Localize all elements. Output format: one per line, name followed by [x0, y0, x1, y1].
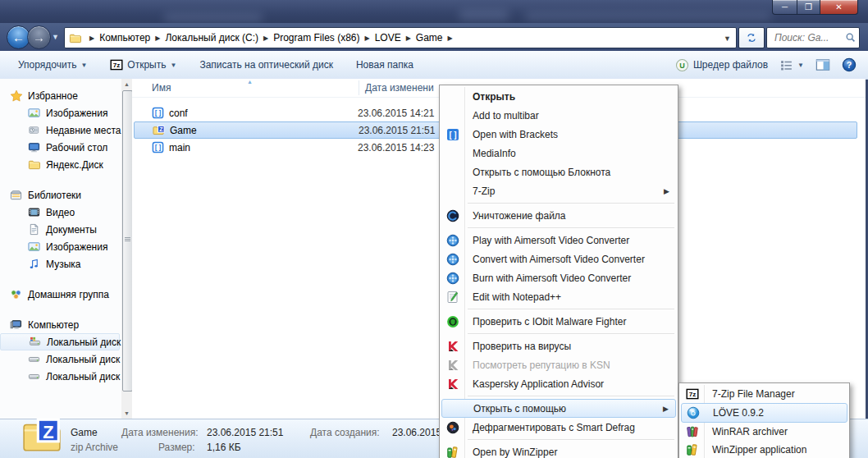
context-menu-item-mediainfo[interactable]: MediaInfo [441, 144, 676, 163]
homegroup-icon [10, 288, 23, 301]
help-icon: ? [842, 57, 857, 72]
window-controls: ─ ❐ ✕ [772, 0, 858, 15]
open-with-submenu-item-l-ve-0-9-2[interactable]: LÖVE 0.9.2 [681, 403, 847, 423]
scroll-up-icon[interactable]: ▲ [121, 79, 132, 89]
sidebar-item-изображения[interactable]: Изображения [0, 104, 121, 121]
context-menu-item-открыть-с-помощью-блокнота[interactable]: Открыть с помощью Блокнота [441, 163, 676, 181]
menu-item-label: Открыть с помощью Блокнота [473, 167, 610, 178]
sidebar-item-label: Документы [46, 224, 97, 236]
toolbar-button-упорядочить[interactable]: Упорядочить▼ [18, 59, 87, 71]
context-menu-item-проверить-с-iobit-malware-fighter[interactable]: Проверить с IObit Malware Fighter [441, 312, 676, 331]
folder-icon [28, 158, 41, 172]
context-menu-item-play-with-aimersoft-video-converter[interactable]: Play with Aimersoft Video Converter [441, 231, 676, 250]
sidebar-item-видео[interactable]: Видео [0, 204, 121, 221]
context-menu-item-kaspersky-application-advisor[interactable]: Kaspersky Application Advisor [441, 374, 676, 393]
column-header-modified[interactable]: Дата изменени [365, 82, 434, 94]
sidebar-item-локальный-диск[interactable]: Локальный диск [0, 368, 121, 385]
context-menu-item-7-zip[interactable]: 7-Zip▶ [441, 181, 676, 200]
column-header-name[interactable]: Имя [152, 82, 171, 94]
sidebar-item-рабочий-стол[interactable]: Рабочий стол [0, 139, 121, 156]
open-with-submenu: 7z7-Zip File ManagerLÖVE 0.9.2WinRAR arc… [678, 382, 850, 458]
pictures-icon [28, 107, 41, 120]
open-with-submenu-item-winrar-archiver[interactable]: WinRAR archiver [681, 423, 847, 441]
computer-icon [10, 318, 23, 332]
context-menu-item-open-by-winzipper[interactable]: Open by WinZipper [441, 442, 676, 458]
help-button[interactable]: ? [842, 57, 857, 72]
kaspersky-gray-icon [446, 359, 459, 372]
menu-item-label: 7-Zip File Manager [712, 388, 795, 400]
address-dropdown-icon[interactable]: ▼ [724, 34, 731, 43]
shredder-button[interactable]: U Шредер файлов [675, 58, 768, 72]
toolbar-button-label: Новая папка [356, 59, 413, 71]
sidebar-item-музыка[interactable]: Музыка [0, 255, 121, 273]
maximize-button[interactable]: ❐ [797, 0, 820, 15]
search-input[interactable] [773, 31, 845, 44]
scroll-down-icon[interactable]: ▼ [121, 408, 132, 419]
breadcrumb-segment[interactable]: Program Files (x86) [273, 32, 359, 44]
views-dropdown-icon[interactable]: ▼ [797, 62, 804, 69]
context-menu-item-дефрагментировать-с-smart-defrag[interactable]: Дефрагментировать с Smart Defrag [441, 418, 676, 437]
lua-file-icon: [] [152, 107, 164, 119]
breadcrumb-separator-icon: ▶ [443, 34, 458, 42]
address-bar[interactable]: ▶Компьютер▶Локальный диск (C:)▶Program F… [64, 27, 737, 48]
search-box[interactable] [766, 27, 860, 48]
menu-separator [468, 439, 674, 440]
sidebar-item-локальный-диск[interactable]: Локальный диск [0, 333, 120, 350]
sidebar-group-компьютер[interactable]: Компьютер [0, 316, 121, 333]
notepadpp-icon [446, 291, 459, 304]
change-view-button[interactable]: ▼ [779, 58, 804, 72]
sidebar-item-недавние-места[interactable]: Недавние места [0, 121, 121, 139]
context-menu-item-открыть[interactable]: Открыть [441, 87, 676, 106]
sidebar-scrollbar[interactable]: ▲ ▼ [121, 79, 132, 419]
aimersoft-icon [446, 272, 459, 285]
context-menu-item-edit-with-notepad-[interactable]: Edit with Notepad++ [441, 287, 676, 306]
context-menu-item-convert-with-aimersoft-video-converter[interactable]: Convert with Aimersoft Video Converter [441, 250, 676, 268]
open-with-submenu-item-7-zip-file-manager[interactable]: 7z7-Zip File Manager [681, 385, 847, 403]
sevenzip-icon: 7z [686, 387, 699, 401]
breadcrumb-segment[interactable]: Компьютер [99, 32, 150, 44]
aimersoft-icon [446, 253, 459, 266]
context-menu-item-add-to-multibar[interactable]: Add to multibar [441, 106, 676, 125]
forward-button[interactable]: → [27, 25, 51, 49]
toolbar-button-новая-папка[interactable]: Новая папка [356, 59, 413, 71]
toolbar-button-записать-на-оптический-диск[interactable]: Записать на оптический диск [199, 59, 333, 71]
open-with-submenu-item-winzipper-application[interactable]: WinZipper application [681, 441, 847, 458]
breadcrumb-segment[interactable]: LOVE [375, 32, 401, 44]
file-name: main [169, 142, 358, 153]
column-divider[interactable] [359, 80, 359, 95]
breadcrumb-segment[interactable]: Game [416, 32, 443, 44]
winzipper-icon [446, 446, 459, 458]
minimize-button[interactable]: ─ [772, 0, 797, 15]
sidebar-item-label: Недавние места [46, 125, 121, 136]
file-modified-date: 23.06.2015 14:21 [358, 108, 434, 119]
refresh-button[interactable] [738, 27, 765, 48]
file-modified-date: 23.06.2015 14:23 [358, 142, 434, 153]
context-menu-item-burn-with-aimersoft-video-converter[interactable]: Burn with Aimersoft Video Converter [441, 268, 676, 287]
menu-separator [468, 309, 674, 309]
sidebar-group-label: Компьютер [28, 319, 79, 331]
sidebar-item-локальный-диск[interactable]: Локальный диск [0, 350, 121, 368]
breadcrumb-separator-icon: ▶ [150, 34, 165, 42]
toolbar-button-label: Открыть [127, 59, 166, 71]
sort-ascending-icon: ▲ [247, 79, 253, 85]
recent-pages-chevron-icon[interactable]: ▼ [52, 33, 59, 41]
toolbar-button-открыть[interactable]: 7zОткрыть▼ [110, 58, 176, 71]
sidebar-item-изображения[interactable]: Изображения [0, 238, 121, 255]
sidebar-group-библиотеки[interactable]: Библиотеки [0, 186, 121, 204]
details-created-value: 23.06.2015 [392, 427, 441, 438]
sidebar-item-яндекс-диск[interactable]: Яндекс.Диск [0, 156, 121, 173]
sidebar-group-избранное[interactable]: Избранное [0, 87, 121, 104]
sidebar-group-домашняя-группа[interactable]: Домашняя группа [0, 286, 121, 303]
close-button[interactable]: ✕ [820, 0, 858, 15]
context-menu-item-уничтожение-файла[interactable]: Уничтожение файла [441, 206, 676, 225]
context-menu-item-проверить-на-вирусы[interactable]: Проверить на вирусы [441, 337, 676, 355]
documents-icon [28, 223, 41, 236]
brackets-icon: [] [446, 128, 459, 141]
context-menu-item-open-with-brackets[interactable]: []Open with Brackets [441, 125, 676, 144]
menu-item-label: Kaspersky Application Advisor [473, 378, 604, 390]
preview-pane-button[interactable] [815, 57, 830, 72]
breadcrumb-segment[interactable]: Локальный диск (C:) [165, 32, 258, 44]
dropdown-arrow-icon: ▼ [80, 62, 87, 69]
sidebar-item-документы[interactable]: Документы [0, 221, 121, 238]
context-menu-item-открыть-с-помощью[interactable]: Открыть с помощью▶ [441, 399, 676, 418]
